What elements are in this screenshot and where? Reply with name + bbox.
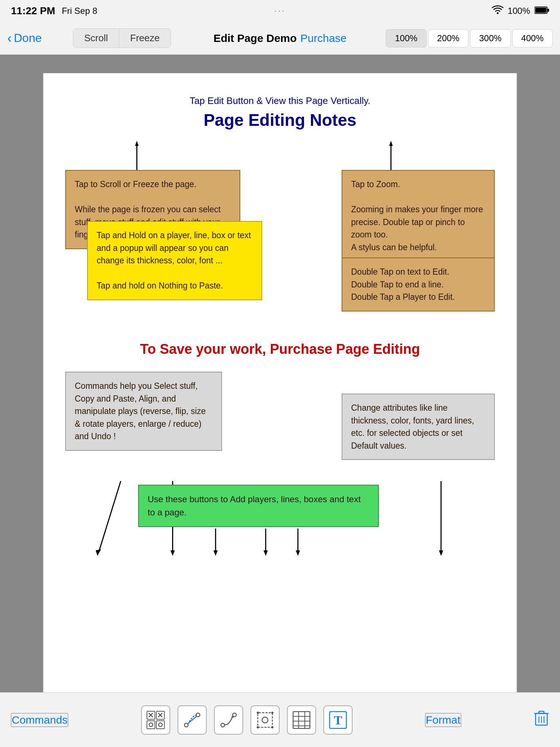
text-icon-button[interactable]: T — [323, 705, 353, 735]
commands-button[interactable]: Commands — [11, 713, 68, 727]
line-curve-icon — [183, 711, 202, 729]
mid-left-box: Tap and Hold on a player, line, box or t… — [87, 221, 262, 300]
svg-marker-9 — [96, 549, 101, 556]
svg-text:T: T — [334, 713, 342, 727]
status-dots: ··· — [274, 5, 286, 16]
chevron-left-icon: ‹ — [7, 31, 12, 46]
svg-line-8 — [99, 481, 121, 550]
save-text: To Save your work, Purchase Page Editing — [65, 341, 495, 357]
page-title: Page Editing Notes — [65, 110, 495, 130]
svg-point-32 — [221, 723, 225, 727]
status-right: 100% — [492, 5, 549, 17]
players-grid-icon — [146, 711, 165, 729]
svg-point-0 — [497, 12, 498, 14]
document-page: Tap Edit Button & View this Page Vertica… — [43, 73, 517, 692]
battery-text: 100% — [508, 6, 530, 16]
top-right-box-text: Tap to Zoom.Zooming in makes your finger… — [351, 179, 483, 252]
players-icon-button[interactable] — [141, 705, 170, 735]
main-area: Tap Edit Button & View this Page Vertica… — [0, 55, 560, 692]
svg-rect-28 — [156, 721, 164, 729]
table-icon-button[interactable] — [287, 705, 316, 735]
status-bar: 11:22 PM Fri Sep 8 ··· 100% — [0, 0, 560, 22]
mid-left-box-text: Tap and Hold on a player, line, box or t… — [97, 231, 251, 290]
zoom-400-button[interactable]: 400% — [512, 29, 553, 47]
wifi-icon — [492, 5, 503, 17]
toolbar: ‹ Done Scroll Freeze Edit Page Demo Purc… — [0, 22, 560, 55]
svg-marker-19 — [439, 550, 443, 556]
status-time: 11:22 PM — [11, 5, 55, 17]
table-grid-icon — [292, 711, 311, 729]
box-select-icon — [256, 711, 275, 729]
mid-right-box: Double Tap on text to Edit.Double Tap to… — [342, 258, 495, 311]
curved-arrow-icon — [219, 711, 238, 729]
purchase-link[interactable]: Purchase — [300, 32, 347, 44]
scroll-freeze-group: Scroll Freeze — [73, 28, 171, 48]
done-label: Done — [14, 31, 42, 45]
toolbar-title: Edit Page Demo Purchase — [213, 32, 346, 44]
svg-rect-51 — [539, 711, 544, 713]
status-date: Fri Sep 8 — [62, 6, 97, 16]
text-t-icon: T — [328, 711, 347, 729]
svg-rect-26 — [147, 721, 155, 729]
svg-point-36 — [262, 717, 268, 723]
zoom-200-button[interactable]: 200% — [428, 29, 468, 47]
green-box: Use these buttons to Add players, lines,… — [138, 485, 379, 527]
svg-marker-13 — [213, 550, 218, 556]
svg-rect-3 — [535, 8, 547, 13]
zoom-300-button[interactable]: 300% — [470, 29, 510, 47]
svg-marker-15 — [264, 550, 268, 556]
svg-point-29 — [159, 723, 162, 727]
format-button[interactable]: Format — [425, 713, 461, 727]
status-left: 11:22 PM Fri Sep 8 — [11, 5, 97, 17]
svg-point-38 — [271, 712, 273, 714]
freeze-button[interactable]: Freeze — [119, 29, 171, 47]
svg-rect-35 — [258, 713, 272, 727]
green-box-text: Use these buttons to Add players, lines,… — [148, 494, 361, 517]
trash-icon[interactable] — [534, 710, 549, 730]
app-name-label: Edit Page Demo — [213, 32, 296, 44]
svg-marker-7 — [389, 141, 393, 146]
line-icon-button[interactable] — [178, 705, 207, 735]
zoom-group: 100% 200% 300% 400% — [386, 29, 553, 47]
svg-marker-5 — [135, 141, 139, 146]
bottom-right-box: Change attributes like line thickness, c… — [342, 394, 495, 460]
svg-point-39 — [257, 726, 259, 728]
bottom-left-box-text: Commands help you Select stuff, Copy and… — [75, 381, 206, 441]
svg-marker-17 — [296, 550, 300, 556]
bottom-icon-group: T — [141, 705, 353, 735]
bottom-section: Commands help you Select stuff, Copy and… — [65, 372, 495, 591]
svg-marker-11 — [171, 550, 175, 556]
svg-rect-2 — [548, 9, 549, 12]
top-right-box: Tap to Zoom.Zooming in makes your finger… — [342, 170, 495, 262]
scroll-button[interactable]: Scroll — [73, 29, 119, 47]
page-subtitle: Tap Edit Button & View this Page Vertica… — [65, 95, 495, 107]
box-select-icon-button[interactable] — [250, 705, 280, 735]
battery-icon — [534, 6, 549, 16]
curved-arrow-icon-button[interactable] — [214, 705, 243, 735]
bottom-left-box: Commands help you Select stuff, Copy and… — [65, 372, 222, 451]
done-button[interactable]: ‹ Done — [7, 31, 66, 46]
mid-right-box-text: Double Tap on text to Edit.Double Tap to… — [351, 267, 455, 302]
top-arrow-area: Tap to Scroll or Freeze the page.While t… — [65, 141, 495, 330]
svg-point-40 — [271, 726, 273, 728]
bottom-right-box-text: Change attributes like line thickness, c… — [351, 403, 474, 450]
svg-point-27 — [149, 723, 153, 727]
zoom-100-button[interactable]: 100% — [386, 29, 426, 47]
bottom-toolbar: Commands — [0, 692, 560, 747]
svg-point-37 — [257, 712, 259, 714]
